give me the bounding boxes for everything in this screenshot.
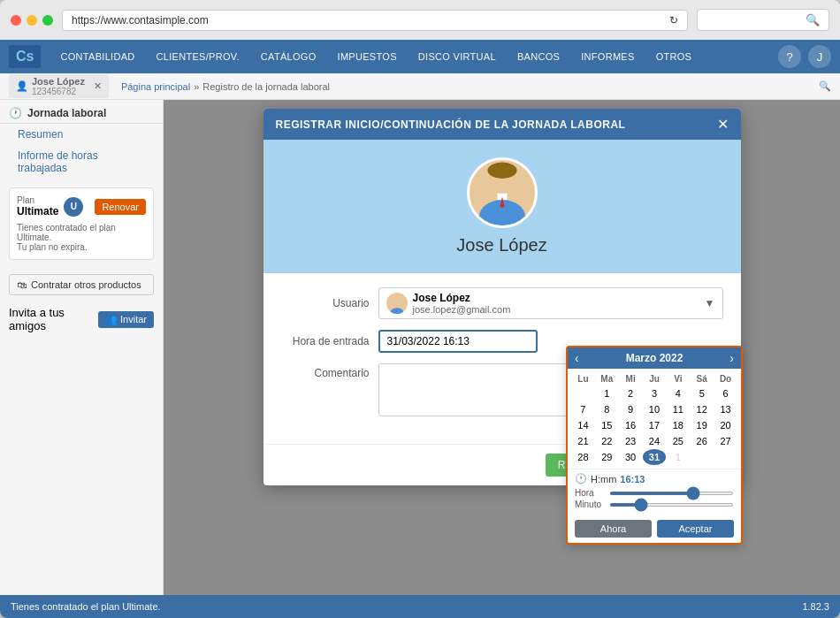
renovar-button[interactable]: Renovar <box>95 199 146 215</box>
invitar-section: Invita a tus amigos 👥 Invitar <box>9 306 154 332</box>
calendar-grid: Lu Ma Mi Ju Vi Sá Do 1 2 <box>568 369 741 469</box>
cal-day-8[interactable]: 8 <box>595 401 619 417</box>
cal-day-9[interactable]: 9 <box>619 401 643 417</box>
cal-day-29[interactable]: 29 <box>595 449 619 465</box>
usuario-email: jose.lopez@gmail.com <box>413 304 699 315</box>
hora-label: Hora de entrada <box>281 335 370 347</box>
refresh-icon[interactable]: ↻ <box>669 14 678 27</box>
nav-right: ? J <box>778 45 831 68</box>
minimize-window-button[interactable] <box>27 15 37 26</box>
hora-entrada-input[interactable] <box>378 330 538 353</box>
cal-day-6[interactable]: 6 <box>714 385 737 401</box>
cal-day-3[interactable]: 3 <box>643 385 667 401</box>
cal-day-21[interactable]: 21 <box>571 433 595 449</box>
plan-badge: U <box>64 197 83 217</box>
maximize-window-button[interactable] <box>42 15 53 26</box>
cal-day-15[interactable]: 15 <box>595 417 619 433</box>
content-area: REGISTRAR INICIO/CONTINUACIÓN DE LA JORN… <box>164 100 840 595</box>
cal-day-26[interactable]: 26 <box>690 433 714 449</box>
sidebar-section-header: 🕐 Jornada laboral <box>0 100 163 124</box>
dropdown-arrow-icon: ▼ <box>705 297 715 309</box>
cal-day-24[interactable]: 24 <box>643 433 667 449</box>
modal-avatar-area: Jose López <box>263 140 741 273</box>
cal-day-apr1[interactable]: 1 <box>666 449 690 465</box>
cal-day-19[interactable]: 19 <box>690 417 714 433</box>
nav-contabilidad[interactable]: CONTABILIDAD <box>50 40 145 73</box>
modal-close-button[interactable]: ✕ <box>717 116 729 133</box>
user-avatar-nav[interactable]: J <box>808 45 831 68</box>
logo-text: Cs <box>16 49 34 64</box>
cal-prev-button[interactable]: ‹ <box>575 351 579 365</box>
sidebar-link-resumen[interactable]: Resumen <box>0 124 163 145</box>
footer-message: Tienes contratado el plan Ultimate. <box>11 601 161 612</box>
cal-day-27[interactable]: 27 <box>714 433 737 449</box>
cal-day-25[interactable]: 25 <box>666 433 690 449</box>
svg-point-5 <box>393 299 400 306</box>
cal-day-23[interactable]: 23 <box>619 433 643 449</box>
nav-impuestos[interactable]: IMPUESTOS <box>327 40 408 73</box>
nav-disco[interactable]: DISCO VIRTUAL <box>408 40 507 73</box>
search-icon-breadcrumb[interactable]: 🔍 <box>819 80 831 92</box>
hora-slider[interactable] <box>609 492 734 495</box>
cal-day-5[interactable]: 5 <box>690 385 714 401</box>
invitar-icon: 👥 <box>105 314 118 325</box>
minuto-slider-label: Minuto <box>575 500 606 509</box>
plan-text: Plan <box>17 195 58 205</box>
time-value: 16:13 <box>620 474 645 484</box>
contratar-button[interactable]: 🛍 Contratar otros productos <box>9 274 154 295</box>
cal-day-1[interactable]: 1 <box>595 385 619 401</box>
plan-note: Tienes contratado el plan Ultimate.Tu pl… <box>17 223 146 252</box>
cal-day-apr2[interactable] <box>690 449 714 465</box>
cal-day-apr3[interactable] <box>714 449 737 465</box>
cal-day-31-today[interactable]: 31 <box>643 449 667 465</box>
close-window-button[interactable] <box>11 15 21 26</box>
cal-day-28[interactable]: 28 <box>571 449 595 465</box>
cal-day-16[interactable]: 16 <box>619 417 643 433</box>
cal-day-22[interactable]: 22 <box>595 433 619 449</box>
nav-clientes[interactable]: CLIENTES/PROV. <box>146 40 250 73</box>
minuto-slider[interactable] <box>609 503 734 507</box>
nav-informes[interactable]: INFORMES <box>570 40 645 73</box>
sidebar-link-informe[interactable]: Informe de horas trabajadas <box>0 145 163 179</box>
cal-day-10[interactable]: 10 <box>643 401 667 417</box>
breadcrumb-home[interactable]: Página principal <box>121 81 190 92</box>
help-button[interactable]: ? <box>778 45 801 68</box>
invitar-button[interactable]: 👥 Invitar <box>98 311 154 328</box>
modal-header: REGISTRAR INICIO/CONTINUACIÓN DE LA JORN… <box>263 109 741 140</box>
cal-day-20[interactable]: 20 <box>714 417 737 433</box>
weekday-ju: Ju <box>643 372 667 385</box>
bag-icon: 🛍 <box>17 279 27 290</box>
usuario-label: Usuario <box>281 297 370 309</box>
address-bar[interactable]: https://www.contasimple.com ↻ <box>62 10 688 31</box>
nav-bancos[interactable]: BANCOS <box>507 40 570 73</box>
breadcrumb-user-id: 123456782 <box>32 87 85 96</box>
aceptar-button[interactable]: Aceptar <box>657 520 734 538</box>
nav-bar: Cs CONTABILIDAD CLIENTES/PROV. CATÁLOGO … <box>0 40 840 73</box>
cal-next-button[interactable]: › <box>729 351 734 365</box>
main-layout: 🕐 Jornada laboral Resumen Informe de hor… <box>0 100 840 595</box>
ahora-button[interactable]: Ahora <box>575 520 652 538</box>
cal-day-14[interactable]: 14 <box>571 417 595 433</box>
nav-otros[interactable]: OTROS <box>645 40 703 73</box>
cal-day[interactable] <box>571 385 595 401</box>
cal-day-7[interactable]: 7 <box>571 401 595 417</box>
cal-day-12[interactable]: 12 <box>690 401 714 417</box>
cal-day-2[interactable]: 2 <box>619 385 643 401</box>
breadcrumb-bar: 👤 Jose López 123456782 ✕ Página principa… <box>0 73 840 100</box>
plan-name: Ultimate <box>17 205 58 217</box>
cal-day-4[interactable]: 4 <box>666 385 690 401</box>
nav-catalogo[interactable]: CATÁLOGO <box>250 40 327 73</box>
cal-day-17[interactable]: 17 <box>643 417 667 433</box>
cal-day-18[interactable]: 18 <box>666 417 690 433</box>
cal-day-30[interactable]: 30 <box>619 449 643 465</box>
weekday-vi: Vi <box>666 372 690 385</box>
browser-search-bar[interactable]: 🔍 <box>697 9 829 31</box>
cal-day-11[interactable]: 11 <box>666 401 690 417</box>
cal-day-13[interactable]: 13 <box>714 401 737 417</box>
breadcrumb-user-name: Jose López <box>32 76 85 87</box>
usuario-select[interactable]: Jose López jose.lopez@gmail.com ▼ <box>378 287 723 319</box>
usuario-name: Jose López <box>413 292 699 304</box>
close-user-icon[interactable]: ✕ <box>94 80 102 92</box>
footer: Tienes contratado el plan Ultimate. 1.82… <box>0 595 840 618</box>
url-text: https://www.contasimple.com <box>72 14 209 27</box>
